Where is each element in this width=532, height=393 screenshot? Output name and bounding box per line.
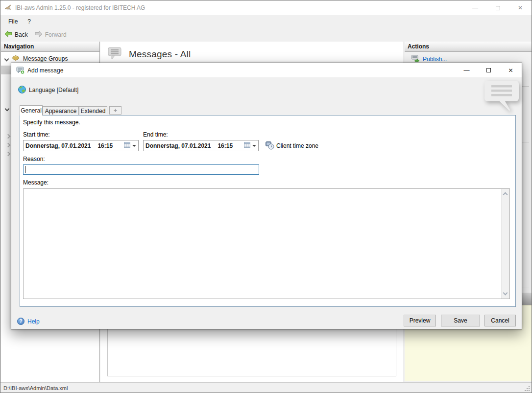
back-button[interactable]: Back <box>4 30 28 39</box>
calendar-icon <box>124 142 130 149</box>
preview-button[interactable]: Preview <box>404 315 436 326</box>
start-time-picker[interactable]: Donnerstag, 07.01.2021 16:15 <box>23 140 139 151</box>
tab-general[interactable]: General <box>20 105 43 116</box>
language-label[interactable]: Language [Default] <box>29 87 78 93</box>
help-icon: ? <box>17 318 24 325</box>
app-root: IBI-aws Admin 1.25.0 - registered for IB… <box>0 0 532 393</box>
message-watermark-icon <box>484 80 521 114</box>
help-link[interactable]: Help <box>27 318 40 325</box>
menubar: File ? <box>0 15 532 27</box>
tab-appearance[interactable]: Appearance <box>43 106 79 115</box>
chevron-right-icon[interactable] <box>6 134 11 139</box>
start-time-value: 16:15 <box>97 142 113 149</box>
calendar-icon <box>244 142 250 149</box>
back-arrow-icon <box>4 30 12 39</box>
publish-link[interactable]: Publish... <box>423 56 447 63</box>
tab-extended[interactable]: Extended <box>79 106 107 115</box>
dialog-controls: — ✕ <box>456 63 522 77</box>
back-label: Back <box>15 31 28 38</box>
chevron-right-icon[interactable] <box>6 143 11 148</box>
message-groups-icon <box>12 55 20 63</box>
instruction-text: Specify this message. <box>23 119 80 126</box>
message-editor <box>23 188 510 299</box>
maximize-icon[interactable] <box>486 0 509 15</box>
tab-add[interactable]: + <box>109 106 121 115</box>
save-button[interactable]: Save <box>441 315 480 326</box>
close-icon[interactable]: ✕ <box>500 63 522 77</box>
status-bar: D:\IBI-aws\Admin\Data.xml <box>0 382 532 393</box>
chevron-right-icon[interactable] <box>6 152 11 157</box>
actions-header: Actions <box>405 42 532 52</box>
navigation-header: Navigation <box>1 42 99 52</box>
minimize-icon[interactable]: — <box>464 0 486 15</box>
app-icon <box>4 4 12 13</box>
window-controls: — ✕ <box>464 0 532 15</box>
message-label: Message: <box>23 179 48 186</box>
window-title: IBI-aws Admin 1.25.0 - registered for IB… <box>15 4 145 11</box>
status-path: D:\IBI-aws\Admin\Data.xml <box>3 385 68 391</box>
forward-label: Forward <box>45 31 67 38</box>
chevron-down-icon <box>252 145 256 147</box>
add-message-dialog: Add message — ✕ Language [Default] Gener… <box>11 63 522 329</box>
toolbar: Back Forward <box>0 27 532 42</box>
chevron-down-icon <box>132 145 136 147</box>
client-time-zone-label[interactable]: Client time zone <box>276 142 318 149</box>
reason-input[interactable] <box>23 164 259 175</box>
help-action[interactable]: ? Help <box>17 318 40 325</box>
message-scrollbar[interactable] <box>501 189 509 299</box>
cancel-button[interactable]: Cancel <box>484 315 516 326</box>
end-date-value: Donnerstag, 07.01.2021 <box>145 142 211 149</box>
end-time-value: 16:15 <box>218 142 233 149</box>
chevron-down-icon[interactable] <box>503 291 508 296</box>
page-title: Messages - All <box>129 49 191 60</box>
minimize-icon[interactable]: — <box>456 63 478 77</box>
tree-item-label: Message Groups <box>23 55 68 62</box>
start-time-dropdown[interactable] <box>124 140 136 151</box>
dialog-titlebar: Add message — ✕ <box>11 63 522 77</box>
end-time-picker[interactable]: Donnerstag, 07.01.2021 16:15 <box>143 140 259 151</box>
forward-arrow-icon <box>35 30 43 39</box>
end-time-label: End time: <box>143 131 168 138</box>
resize-grip[interactable] <box>524 386 530 393</box>
dialog-title: Add message <box>27 67 63 74</box>
client-time-zone-icon <box>266 141 274 151</box>
text-caret <box>25 166 25 173</box>
end-time-dropdown[interactable] <box>244 140 256 151</box>
chevron-up-icon[interactable] <box>503 192 508 197</box>
start-time-label: Start time: <box>23 131 50 138</box>
add-message-icon <box>16 66 25 76</box>
chevron-down-icon[interactable] <box>5 107 10 112</box>
reason-label: Reason: <box>23 156 45 162</box>
maximize-icon[interactable] <box>478 63 500 77</box>
chevron-down-icon[interactable] <box>4 56 9 61</box>
close-icon[interactable]: ✕ <box>509 0 532 15</box>
language-globe-icon <box>18 85 26 95</box>
main-titlebar: IBI-aws Admin 1.25.0 - registered for IB… <box>0 0 532 15</box>
tree-item-message-groups[interactable]: Message Groups <box>1 54 99 63</box>
messages-bubble-icon <box>107 46 122 62</box>
start-date-value: Donnerstag, 07.01.2021 <box>25 142 91 149</box>
menu-help[interactable]: ? <box>23 18 36 25</box>
menu-file[interactable]: File <box>3 18 23 25</box>
forward-button[interactable]: Forward <box>35 30 67 39</box>
message-textarea[interactable] <box>24 189 501 299</box>
